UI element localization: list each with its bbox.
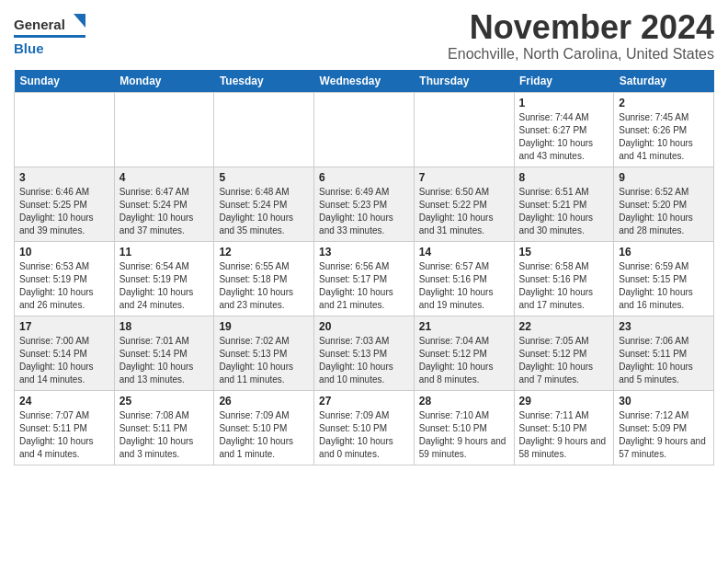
day-info: Sunrise: 7:08 AM Sunset: 5:11 PM Dayligh… bbox=[119, 409, 210, 461]
day-info: Sunrise: 6:56 AM Sunset: 5:17 PM Dayligh… bbox=[319, 260, 409, 312]
day-number: 2 bbox=[619, 97, 709, 109]
logo-svg: General Blue bbox=[14, 9, 92, 60]
svg-rect-2 bbox=[14, 35, 85, 38]
page-title: November 2024 bbox=[448, 9, 714, 46]
header-saturday: Saturday bbox=[614, 70, 714, 93]
day-info: Sunrise: 7:12 AM Sunset: 5:09 PM Dayligh… bbox=[619, 409, 709, 461]
day-info: Sunrise: 7:09 AM Sunset: 5:10 PM Dayligh… bbox=[319, 409, 409, 461]
day-number: 6 bbox=[319, 171, 409, 184]
svg-text:General: General bbox=[14, 17, 65, 32]
cell-content: 19Sunrise: 7:02 AM Sunset: 5:13 PM Dayli… bbox=[219, 320, 309, 386]
logo: General Blue bbox=[14, 9, 92, 60]
calendar-cell bbox=[414, 92, 514, 167]
day-info: Sunrise: 6:50 AM Sunset: 5:22 PM Dayligh… bbox=[419, 186, 509, 237]
calendar-week-3: 10Sunrise: 6:53 AM Sunset: 5:19 PM Dayli… bbox=[15, 241, 714, 316]
cell-content: 22Sunrise: 7:05 AM Sunset: 5:12 PM Dayli… bbox=[519, 320, 609, 386]
calendar-cell: 30Sunrise: 7:12 AM Sunset: 5:09 PM Dayli… bbox=[614, 390, 714, 465]
calendar-cell: 12Sunrise: 6:55 AM Sunset: 5:18 PM Dayli… bbox=[214, 241, 314, 316]
cell-content: 21Sunrise: 7:04 AM Sunset: 5:12 PM Dayli… bbox=[419, 320, 509, 386]
day-info: Sunrise: 6:57 AM Sunset: 5:16 PM Dayligh… bbox=[419, 260, 509, 312]
calendar-cell: 7Sunrise: 6:50 AM Sunset: 5:22 PM Daylig… bbox=[414, 167, 514, 241]
cell-content: 25Sunrise: 7:08 AM Sunset: 5:11 PM Dayli… bbox=[119, 395, 210, 461]
day-info: Sunrise: 6:52 AM Sunset: 5:20 PM Dayligh… bbox=[619, 186, 709, 237]
day-info: Sunrise: 6:48 AM Sunset: 5:24 PM Dayligh… bbox=[219, 186, 309, 237]
calendar-cell: 17Sunrise: 7:00 AM Sunset: 5:14 PM Dayli… bbox=[15, 316, 115, 390]
cell-content: 3Sunrise: 6:46 AM Sunset: 5:25 PM Daylig… bbox=[19, 171, 109, 237]
day-number: 12 bbox=[219, 246, 309, 259]
cell-content: 10Sunrise: 6:53 AM Sunset: 5:19 PM Dayli… bbox=[19, 246, 109, 312]
cell-content: 26Sunrise: 7:09 AM Sunset: 5:10 PM Dayli… bbox=[219, 395, 309, 461]
day-info: Sunrise: 6:51 AM Sunset: 5:21 PM Dayligh… bbox=[519, 186, 609, 237]
page-subtitle: Enochville, North Carolina, United State… bbox=[448, 46, 714, 63]
cell-content: 29Sunrise: 7:11 AM Sunset: 5:10 PM Dayli… bbox=[519, 395, 609, 461]
cell-content: 8Sunrise: 6:51 AM Sunset: 5:21 PM Daylig… bbox=[519, 171, 609, 237]
calendar-cell: 18Sunrise: 7:01 AM Sunset: 5:14 PM Dayli… bbox=[114, 316, 214, 390]
calendar-cell: 10Sunrise: 6:53 AM Sunset: 5:19 PM Dayli… bbox=[15, 241, 115, 316]
header-wednesday: Wednesday bbox=[314, 70, 415, 93]
calendar-week-2: 3Sunrise: 6:46 AM Sunset: 5:25 PM Daylig… bbox=[15, 167, 714, 241]
cell-content: 9Sunrise: 6:52 AM Sunset: 5:20 PM Daylig… bbox=[619, 171, 709, 237]
cell-content: 6Sunrise: 6:49 AM Sunset: 5:23 PM Daylig… bbox=[319, 171, 409, 237]
calendar-cell bbox=[114, 92, 214, 167]
calendar-cell: 21Sunrise: 7:04 AM Sunset: 5:12 PM Dayli… bbox=[414, 316, 514, 390]
calendar-cell: 22Sunrise: 7:05 AM Sunset: 5:12 PM Dayli… bbox=[514, 316, 614, 390]
day-number: 16 bbox=[619, 246, 709, 259]
cell-content: 20Sunrise: 7:03 AM Sunset: 5:13 PM Dayli… bbox=[319, 320, 409, 386]
calendar-cell: 24Sunrise: 7:07 AM Sunset: 5:11 PM Dayli… bbox=[15, 390, 115, 465]
svg-marker-1 bbox=[74, 14, 85, 28]
day-number: 15 bbox=[519, 246, 609, 259]
day-number: 4 bbox=[119, 171, 210, 184]
cell-content: 11Sunrise: 6:54 AM Sunset: 5:19 PM Dayli… bbox=[119, 246, 210, 312]
header-monday: Monday bbox=[114, 70, 214, 93]
day-info: Sunrise: 7:44 AM Sunset: 6:27 PM Dayligh… bbox=[519, 111, 609, 163]
day-info: Sunrise: 7:03 AM Sunset: 5:13 PM Dayligh… bbox=[319, 335, 409, 386]
day-info: Sunrise: 6:58 AM Sunset: 5:16 PM Dayligh… bbox=[519, 260, 609, 312]
cell-content: 18Sunrise: 7:01 AM Sunset: 5:14 PM Dayli… bbox=[119, 320, 210, 386]
day-number: 3 bbox=[19, 171, 109, 184]
cell-content: 24Sunrise: 7:07 AM Sunset: 5:11 PM Dayli… bbox=[19, 395, 109, 461]
day-info: Sunrise: 6:53 AM Sunset: 5:19 PM Dayligh… bbox=[19, 260, 109, 312]
cell-content: 30Sunrise: 7:12 AM Sunset: 5:09 PM Dayli… bbox=[619, 395, 709, 461]
calendar-body: 1Sunrise: 7:44 AM Sunset: 6:27 PM Daylig… bbox=[15, 92, 714, 465]
day-number: 10 bbox=[19, 246, 109, 259]
calendar-cell: 6Sunrise: 6:49 AM Sunset: 5:23 PM Daylig… bbox=[314, 167, 415, 241]
day-number: 8 bbox=[519, 171, 609, 184]
header-tuesday: Tuesday bbox=[214, 70, 314, 93]
day-info: Sunrise: 7:11 AM Sunset: 5:10 PM Dayligh… bbox=[519, 409, 609, 461]
cell-content: 1Sunrise: 7:44 AM Sunset: 6:27 PM Daylig… bbox=[519, 97, 609, 163]
calendar-cell: 23Sunrise: 7:06 AM Sunset: 5:11 PM Dayli… bbox=[614, 316, 714, 390]
day-number: 18 bbox=[119, 320, 210, 333]
calendar-cell: 14Sunrise: 6:57 AM Sunset: 5:16 PM Dayli… bbox=[414, 241, 514, 316]
day-number: 28 bbox=[419, 395, 509, 408]
calendar-table: Sunday Monday Tuesday Wednesday Thursday… bbox=[14, 70, 714, 465]
calendar-cell: 13Sunrise: 6:56 AM Sunset: 5:17 PM Dayli… bbox=[314, 241, 415, 316]
calendar-cell: 27Sunrise: 7:09 AM Sunset: 5:10 PM Dayli… bbox=[314, 390, 415, 465]
day-info: Sunrise: 7:00 AM Sunset: 5:14 PM Dayligh… bbox=[19, 335, 109, 386]
day-number: 9 bbox=[619, 171, 709, 184]
cell-content: 7Sunrise: 6:50 AM Sunset: 5:22 PM Daylig… bbox=[419, 171, 509, 237]
calendar-cell: 26Sunrise: 7:09 AM Sunset: 5:10 PM Dayli… bbox=[214, 390, 314, 465]
svg-text:Blue: Blue bbox=[14, 40, 44, 56]
calendar-week-1: 1Sunrise: 7:44 AM Sunset: 6:27 PM Daylig… bbox=[15, 92, 714, 167]
day-info: Sunrise: 7:09 AM Sunset: 5:10 PM Dayligh… bbox=[219, 409, 309, 461]
calendar-cell bbox=[314, 92, 415, 167]
day-number: 23 bbox=[619, 320, 709, 333]
day-info: Sunrise: 7:07 AM Sunset: 5:11 PM Dayligh… bbox=[19, 409, 109, 461]
calendar-cell: 20Sunrise: 7:03 AM Sunset: 5:13 PM Dayli… bbox=[314, 316, 415, 390]
calendar-cell: 4Sunrise: 6:47 AM Sunset: 5:24 PM Daylig… bbox=[114, 167, 214, 241]
calendar-cell: 19Sunrise: 7:02 AM Sunset: 5:13 PM Dayli… bbox=[214, 316, 314, 390]
day-number: 22 bbox=[519, 320, 609, 333]
cell-content: 23Sunrise: 7:06 AM Sunset: 5:11 PM Dayli… bbox=[619, 320, 709, 386]
day-info: Sunrise: 6:55 AM Sunset: 5:18 PM Dayligh… bbox=[219, 260, 309, 312]
day-number: 11 bbox=[119, 246, 210, 259]
calendar-cell: 11Sunrise: 6:54 AM Sunset: 5:19 PM Dayli… bbox=[114, 241, 214, 316]
day-number: 24 bbox=[19, 395, 109, 408]
cell-content: 13Sunrise: 6:56 AM Sunset: 5:17 PM Dayli… bbox=[319, 246, 409, 312]
day-number: 30 bbox=[619, 395, 709, 408]
day-number: 14 bbox=[419, 246, 509, 259]
day-info: Sunrise: 6:54 AM Sunset: 5:19 PM Dayligh… bbox=[119, 260, 210, 312]
calendar-cell: 1Sunrise: 7:44 AM Sunset: 6:27 PM Daylig… bbox=[514, 92, 614, 167]
day-info: Sunrise: 6:59 AM Sunset: 5:15 PM Dayligh… bbox=[619, 260, 709, 312]
calendar-cell: 16Sunrise: 6:59 AM Sunset: 5:15 PM Dayli… bbox=[614, 241, 714, 316]
calendar-cell: 8Sunrise: 6:51 AM Sunset: 5:21 PM Daylig… bbox=[514, 167, 614, 241]
